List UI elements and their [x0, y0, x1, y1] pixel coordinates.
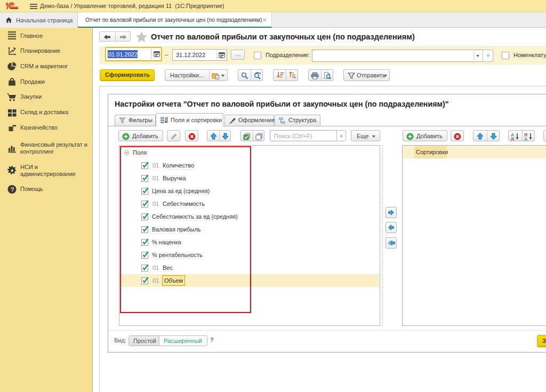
- svg-text:А: А: [524, 137, 527, 141]
- svg-text:Я: Я: [511, 137, 514, 141]
- svg-text:?: ?: [11, 186, 14, 192]
